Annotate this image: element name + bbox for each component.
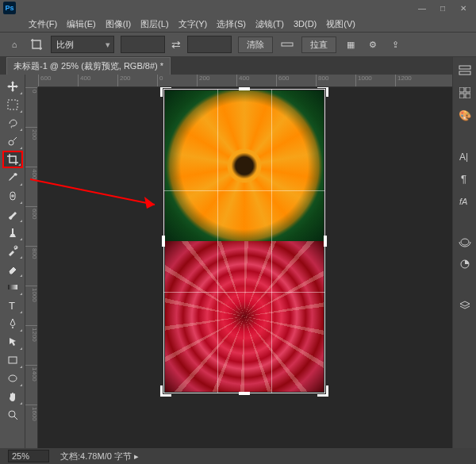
rectangle-tool[interactable] bbox=[2, 351, 23, 369]
zoom-tool[interactable] bbox=[2, 406, 23, 424]
menu-layer[interactable]: 图层(L) bbox=[140, 18, 168, 30]
ruler-tick: 400 bbox=[236, 75, 249, 87]
lasso-tool[interactable] bbox=[2, 114, 23, 132]
libraries-panel-icon[interactable] bbox=[457, 235, 473, 249]
glyphs-panel-icon[interactable]: fA bbox=[457, 194, 473, 208]
image-layer-top bbox=[165, 90, 324, 241]
menu-edit[interactable]: 编辑(E) bbox=[67, 18, 96, 30]
zoom-level[interactable]: 25% bbox=[8, 450, 49, 462]
svg-point-2 bbox=[9, 140, 13, 145]
menu-view[interactable]: 视图(V) bbox=[326, 18, 355, 30]
options-gear-icon[interactable]: ⚙ bbox=[365, 36, 381, 52]
clone-stamp-tool[interactable] bbox=[2, 224, 23, 241]
close-button[interactable]: ✕ bbox=[454, 2, 473, 14]
ruler-tick: 600 bbox=[38, 75, 51, 87]
crop-tool-preset-icon[interactable] bbox=[29, 36, 44, 52]
type-tool[interactable]: T bbox=[2, 297, 23, 314]
svg-point-9 bbox=[9, 375, 17, 382]
eraser-tool[interactable] bbox=[2, 260, 23, 278]
straighten-icon[interactable] bbox=[279, 36, 295, 52]
menu-type[interactable]: 文字(Y) bbox=[178, 18, 208, 30]
eyedropper-tool[interactable] bbox=[2, 169, 23, 186]
image-layer-bottom bbox=[165, 241, 324, 392]
clear-button[interactable]: 清除 bbox=[238, 36, 273, 53]
maximize-button[interactable]: □ bbox=[433, 2, 452, 14]
minimize-button[interactable]: — bbox=[413, 2, 432, 14]
gradient-tool[interactable] bbox=[2, 278, 23, 296]
path-select-tool[interactable] bbox=[2, 333, 23, 351]
ruler-tick: 1400 bbox=[25, 365, 38, 382]
menu-3d[interactable]: 3D(D) bbox=[294, 19, 317, 29]
document-info[interactable]: 文档:4.78M/0 字节 ▸ bbox=[60, 451, 139, 462]
ruler-tick: 400 bbox=[78, 75, 90, 87]
svg-rect-0 bbox=[282, 43, 293, 46]
marquee-tool[interactable] bbox=[2, 96, 23, 113]
ruler-tick: 1000 bbox=[355, 75, 372, 87]
document-tab[interactable]: 未标题-1 @ 25% (裁剪预览, RGB/8#) * bbox=[6, 57, 171, 75]
share-icon[interactable]: ⇪ bbox=[387, 36, 403, 52]
quick-select-tool[interactable] bbox=[2, 132, 23, 150]
svg-point-7 bbox=[12, 327, 13, 328]
ruler-tick: 1200 bbox=[395, 75, 412, 87]
crop-handle-r[interactable] bbox=[324, 236, 327, 247]
ellipse-tool[interactable] bbox=[2, 370, 23, 387]
character-panel-icon[interactable]: A| bbox=[457, 149, 473, 163]
svg-text:fA: fA bbox=[459, 197, 467, 206]
ruler-tick: 800 bbox=[316, 75, 328, 87]
crop-handle-b[interactable] bbox=[239, 392, 250, 395]
width-input[interactable] bbox=[121, 36, 165, 53]
menu-bar: 文件(F) 编辑(E) 图像(I) 图层(L) 文字(Y) 选择(S) 滤镜(T… bbox=[0, 16, 476, 32]
svg-rect-1 bbox=[8, 100, 17, 109]
healing-brush-tool[interactable] bbox=[2, 187, 23, 205]
svg-rect-16 bbox=[466, 94, 470, 98]
home-icon[interactable]: ⌂ bbox=[6, 36, 22, 52]
app-logo: Ps bbox=[3, 2, 16, 14]
ruler-tick: 1200 bbox=[25, 325, 38, 342]
pen-tool[interactable] bbox=[2, 315, 23, 332]
history-brush-tool[interactable] bbox=[2, 242, 23, 259]
ratio-select[interactable]: 比例 bbox=[51, 36, 114, 53]
history-panel-icon[interactable] bbox=[457, 63, 473, 78]
paragraph-panel-icon[interactable]: ¶ bbox=[457, 171, 473, 186]
menu-file[interactable]: 文件(F) bbox=[29, 18, 57, 30]
ruler-tick: 0 bbox=[157, 75, 163, 87]
svg-rect-5 bbox=[8, 285, 17, 290]
menu-select[interactable]: 选择(S) bbox=[217, 18, 246, 30]
ruler-vertical[interactable]: 0 200 400 600 800 1000 1200 1400 1600 bbox=[25, 87, 38, 448]
menu-image[interactable]: 图像(I) bbox=[106, 18, 131, 30]
menu-filter[interactable]: 滤镜(T) bbox=[255, 18, 284, 30]
overlay-grid-icon[interactable]: ▦ bbox=[343, 36, 359, 52]
svg-text:A|: A| bbox=[459, 151, 468, 162]
svg-text:T: T bbox=[9, 300, 15, 311]
layers-panel-icon[interactable] bbox=[457, 298, 473, 313]
color-panel-icon[interactable]: 🎨 bbox=[457, 108, 473, 122]
straighten-button[interactable]: 拉直 bbox=[301, 36, 336, 53]
brush-tool[interactable] bbox=[2, 205, 23, 223]
height-input[interactable] bbox=[187, 36, 232, 53]
svg-point-10 bbox=[9, 411, 15, 417]
ruler-tick: 200 bbox=[117, 75, 130, 87]
svg-rect-13 bbox=[459, 87, 464, 92]
window-controls: — □ ✕ bbox=[413, 2, 473, 14]
chevron-right-icon: ▸ bbox=[134, 451, 139, 461]
panel-dock: 🎨 A| ¶ fA bbox=[452, 57, 476, 464]
svg-rect-8 bbox=[9, 357, 17, 363]
adjustments-panel-icon[interactable] bbox=[457, 257, 473, 271]
doc-size-label: 文档:4.78M/0 字节 bbox=[60, 451, 132, 461]
properties-panel-icon[interactable] bbox=[457, 86, 473, 100]
ruler-tick: 0 bbox=[25, 87, 38, 93]
svg-text:¶: ¶ bbox=[461, 173, 466, 184]
swap-icon[interactable]: ⇄ bbox=[171, 38, 181, 51]
crop-tool[interactable] bbox=[2, 151, 23, 168]
document-tab-bar: 未标题-1 @ 25% (裁剪预览, RGB/8#) * bbox=[0, 57, 476, 75]
svg-rect-15 bbox=[459, 94, 464, 98]
ruler-tick: 600 bbox=[276, 75, 289, 87]
hand-tool[interactable] bbox=[2, 388, 23, 405]
move-tool[interactable] bbox=[2, 78, 23, 95]
document-canvas[interactable] bbox=[165, 90, 324, 392]
options-bar: ⌂ 比例 ⇄ 清除 拉直 ▦ ⚙ ⇪ bbox=[0, 32, 476, 57]
ruler-tick: 400 bbox=[25, 167, 38, 179]
ruler-horizontal[interactable]: 600 400 200 0 200 400 600 800 1000 1200 bbox=[38, 75, 452, 87]
canvas-area[interactable] bbox=[38, 87, 452, 448]
title-bar: Ps — □ ✕ bbox=[0, 0, 476, 16]
